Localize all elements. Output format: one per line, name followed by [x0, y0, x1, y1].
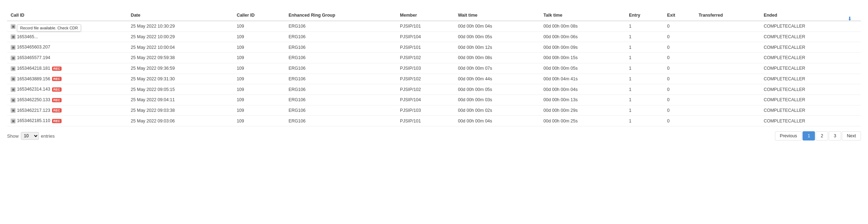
cell-wait-time: 00d 00h 00m 05s: [454, 31, 540, 42]
cell-caller-id: 109: [233, 94, 285, 105]
cell-exit: 0: [663, 74, 695, 84]
cell-call-id: ▣1653462185.110REC: [7, 116, 127, 126]
cell-date: 25 May 2022 09:05:15: [127, 84, 233, 95]
previous-button[interactable]: Previous: [775, 131, 802, 140]
cell-wait-time: 00d 00h 00m 04s: [454, 21, 540, 31]
cell-entry: 1: [626, 94, 664, 105]
cell-ended: COMPLETECALLER: [760, 53, 861, 63]
cell-entry: 1: [626, 31, 664, 42]
cell-date: 25 May 2022 10:00:29: [127, 31, 233, 42]
col-member: Member: [396, 10, 454, 21]
cell-date: 25 May 2022 09:03:06: [127, 116, 233, 126]
cell-transferred: [695, 42, 760, 53]
cell-caller-id: 109: [233, 53, 285, 63]
table-row: ▣1653464218.181REC25 May 2022 09:36:5910…: [7, 63, 861, 74]
cell-date: 25 May 2022 09:36:59: [127, 63, 233, 74]
cell-date: 25 May 2022 09:31:30: [127, 74, 233, 84]
entries-label: entries: [41, 133, 55, 139]
cell-ended: COMPLETECALLER: [760, 63, 861, 74]
cell-talk-time: 00d 00h 00m 05s: [540, 63, 626, 74]
cell-ring-group: ERG106: [285, 84, 396, 95]
cell-transferred: [695, 84, 760, 95]
cell-wait-time: 00d 00h 00m 12s: [454, 42, 540, 53]
cell-wait-time: 00d 00h 00m 04s: [454, 116, 540, 126]
page-1-button[interactable]: 1: [803, 131, 815, 140]
cell-member: PJSIP/104: [396, 31, 454, 42]
cell-entry: 1: [626, 84, 664, 95]
cell-entry: 1: [626, 53, 664, 63]
cell-entry: 1: [626, 105, 664, 116]
csv-button[interactable]: ⬇: [847, 16, 854, 22]
cell-member: PJSIP/104: [396, 94, 454, 105]
cell-transferred: [695, 53, 760, 63]
cell-caller-id: 109: [233, 21, 285, 31]
cell-call-id: ▣1653465603.207: [7, 42, 127, 53]
cell-date: 25 May 2022 09:04:11: [127, 94, 233, 105]
cell-ended: COMPLETECALLER: [760, 42, 861, 53]
cell-ended: COMPLETECALLER: [760, 31, 861, 42]
cell-ring-group: ERG106: [285, 116, 396, 126]
cell-call-id: ▣1653462217.123REC: [7, 105, 127, 116]
rec-badge: REC: [52, 77, 62, 81]
cell-talk-time: 00d 00h 00m 08s: [540, 21, 626, 31]
cell-transferred: [695, 116, 760, 126]
cell-caller-id: 109: [233, 63, 285, 74]
cell-entry: 1: [626, 116, 664, 126]
table-row: ▣1653465603.20725 May 2022 10:00:04109ER…: [7, 42, 861, 53]
cell-exit: 0: [663, 42, 695, 53]
cell-caller-id: 109: [233, 105, 285, 116]
cell-ring-group: ERG106: [285, 94, 396, 105]
cell-date: 25 May 2022 10:00:04: [127, 42, 233, 53]
col-call-id: Call ID: [7, 10, 127, 21]
cell-transferred: [695, 105, 760, 116]
entries-per-page-select[interactable]: 10 25 50 100: [21, 132, 39, 140]
table-row: ▣1653462314.143REC25 May 2022 09:05:1510…: [7, 84, 861, 95]
cell-ended: COMPLETECALLER: [760, 74, 861, 84]
cell-call-id: ▣1653463889.156REC: [7, 74, 127, 84]
file-icon: ▣: [11, 56, 16, 61]
cell-call-id: ▣1653464218.181REC: [7, 63, 127, 74]
cell-wait-time: 00d 00h 00m 02s: [454, 105, 540, 116]
page-2-button[interactable]: 2: [816, 131, 828, 140]
cell-talk-time: 00d 00h 04m 41s: [540, 74, 626, 84]
cell-wait-time: 00d 00h 00m 44s: [454, 74, 540, 84]
cell-member: PJSIP/102: [396, 74, 454, 84]
file-icon: ▣: [11, 108, 16, 113]
cell-exit: 0: [663, 116, 695, 126]
cell-transferred: [695, 74, 760, 84]
tooltip-container: Record file available. Check CDR1653465.…: [17, 34, 38, 39]
rec-badge: REC: [52, 108, 62, 113]
col-date: Date: [127, 10, 233, 21]
cell-talk-time: 00d 00h 00m 29s: [540, 105, 626, 116]
cell-ended: COMPLETECALLER: [760, 116, 861, 126]
cell-call-id: ▣1653465577.194: [7, 53, 127, 63]
cell-ring-group: ERG106: [285, 31, 396, 42]
tooltip: Record file available. Check CDR: [17, 24, 81, 31]
page-3-button[interactable]: 3: [829, 131, 841, 140]
cell-ended: COMPLETECALLER: [760, 84, 861, 95]
calls-table: Call ID Date Caller ID Enhanced Ring Gro…: [7, 10, 861, 126]
cell-member: PJSIP/101: [396, 21, 454, 31]
col-caller-id: Caller ID: [233, 10, 285, 21]
cell-wait-time: 00d 00h 00m 03s: [454, 94, 540, 105]
footer-bar: Show 10 25 50 100 entries Previous 1 2 3…: [7, 131, 861, 140]
rec-badge: REC: [52, 119, 62, 123]
cell-caller-id: 109: [233, 31, 285, 42]
show-entries-control: Show 10 25 50 100 entries: [7, 132, 55, 140]
cell-member: PJSIP/103: [396, 63, 454, 74]
cell-ring-group: ERG106: [285, 105, 396, 116]
cell-ring-group: ERG106: [285, 63, 396, 74]
table-header-row: Call ID Date Caller ID Enhanced Ring Gro…: [7, 10, 861, 21]
cell-entry: 1: [626, 21, 664, 31]
cell-member: PJSIP/102: [396, 84, 454, 95]
cell-entry: 1: [626, 74, 664, 84]
cell-ended: COMPLETECALLER: [760, 105, 861, 116]
cell-caller-id: 109: [233, 84, 285, 95]
cell-exit: 0: [663, 63, 695, 74]
cell-talk-time: 00d 00h 00m 15s: [540, 53, 626, 63]
table-row: ▣1653462250.133REC25 May 2022 09:04:1110…: [7, 94, 861, 105]
cell-transferred: [695, 63, 760, 74]
cell-caller-id: 109: [233, 116, 285, 126]
cell-entry: 1: [626, 63, 664, 74]
next-button[interactable]: Next: [842, 131, 861, 140]
